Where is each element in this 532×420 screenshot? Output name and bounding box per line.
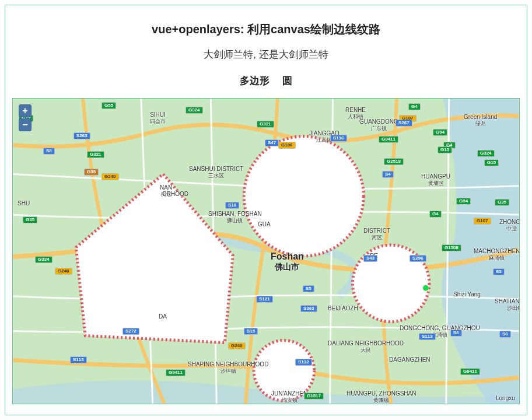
zoom-controls: + − — [19, 104, 32, 131]
page-subtitle: 大剑师兰特, 还是大剑师兰特 — [204, 48, 328, 61]
map-basemap — [13, 99, 519, 404]
draw-toolbar: 多边形 圆 — [240, 74, 292, 88]
app-container: vue+openlayers: 利用canvas绘制边线纹路 大剑师兰特, 还是… — [5, 5, 527, 415]
page-title: vue+openlayers: 利用canvas绘制边线纹路 — [152, 22, 380, 37]
zoom-in-button[interactable]: + — [19, 104, 32, 117]
map-viewport[interactable]: Foshan 佛山市 SIHUI四会市RENHE人和镇GUANGDONG广东镇G… — [12, 98, 520, 404]
zoom-out-button[interactable]: − — [19, 118, 32, 131]
polygon-button[interactable]: 多边形 — [240, 74, 270, 88]
circle-button[interactable]: 圆 — [282, 74, 292, 88]
